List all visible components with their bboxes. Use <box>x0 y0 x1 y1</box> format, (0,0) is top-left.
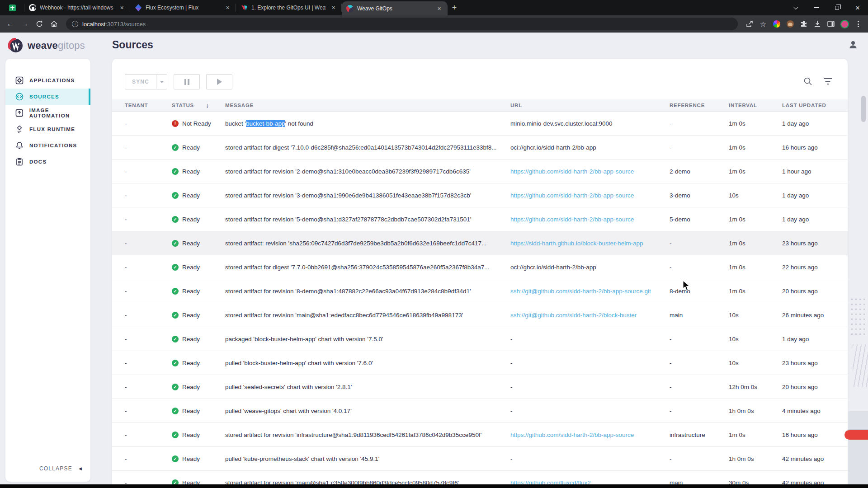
status-cell: ✓Ready <box>172 144 225 151</box>
table-row[interactable]: -✓Readystored artifact for revision '3-d… <box>112 183 848 207</box>
url-cell[interactable]: https://sidd-harth.github.io/block-buste… <box>510 240 670 247</box>
status-cell: ✓Ready <box>172 455 225 462</box>
table-row[interactable]: -✓Readystored artifact for digest '7.7.0… <box>112 255 848 279</box>
page-scrollbar-thumb[interactable] <box>861 96 866 122</box>
source-url-link[interactable]: https://github.com/sidd-harth-2/bb-app-s… <box>510 432 634 438</box>
browser-menu-button[interactable] <box>852 18 864 30</box>
tab-flux-ecosystem[interactable]: Flux Ecosystem | Flux × <box>130 0 236 15</box>
tab-weave-gitops-active[interactable]: Weave GitOps × <box>342 1 448 15</box>
sidebar-item-image-automation[interactable]: IMAGE AUTOMATION <box>5 105 90 121</box>
last-updated-cell: 23 hours ago <box>782 240 848 247</box>
share-button[interactable] <box>743 18 756 30</box>
filter-icon[interactable] <box>823 78 832 85</box>
collapse-button[interactable]: COLLAPSE ◀ <box>39 465 82 472</box>
tab-close-icon[interactable]: × <box>330 4 337 12</box>
ready-check-icon: ✓ <box>172 192 179 199</box>
sidebar-item-flux-runtime[interactable]: FLUX RUNTIME <box>5 121 90 137</box>
tab-close-icon[interactable]: × <box>224 4 231 12</box>
status-cell: ✓Ready <box>172 168 225 175</box>
pinned-tab-sheets[interactable] <box>0 0 24 15</box>
column-header-message[interactable]: MESSAGE <box>225 103 510 108</box>
source-url-link[interactable]: https://sidd-harth.github.io/block-buste… <box>510 240 643 247</box>
sync-button[interactable]: SYNC <box>125 74 156 89</box>
tab-close-icon[interactable]: × <box>435 5 443 12</box>
close-button[interactable]: × <box>847 0 868 15</box>
url-cell[interactable]: ssh://git@github.com/sidd-harth-2/bb-app… <box>510 288 670 295</box>
url-cell[interactable]: https://github.com/sidd-harth-2/bb-app-s… <box>510 216 670 223</box>
source-url-link[interactable]: https://github.com/sidd-harth-2/bb-app-s… <box>510 216 634 223</box>
minimize-button[interactable] <box>806 0 826 15</box>
column-header-interval[interactable]: INTERVAL <box>729 103 782 108</box>
table-row[interactable]: -✓Readypulled 'block-buster-helm-app' ch… <box>112 351 848 375</box>
table-row[interactable]: -✓Readystored artifact for revision '5-d… <box>112 207 848 231</box>
table-row[interactable]: -✓Readypulled 'sealed-secrets' chart wit… <box>112 375 848 399</box>
downloads-button[interactable] <box>811 18 824 30</box>
status-label: Ready <box>182 264 200 271</box>
table-row[interactable]: -✓Readystored artifact for revision 'mai… <box>112 303 848 327</box>
url-cell[interactable]: https://github.com/sidd-harth-2/bb-app-s… <box>510 168 670 175</box>
window-chevron-button[interactable] <box>785 0 806 15</box>
column-header-tenant[interactable]: TENANT <box>125 103 172 108</box>
tenant-cell: - <box>125 192 172 199</box>
suspend-button[interactable] <box>174 74 200 89</box>
table-row[interactable]: -✓Readystored artifact for revision 'inf… <box>112 423 848 447</box>
sidebar-item-notifications[interactable]: NOTIFICATIONS <box>5 137 90 154</box>
source-url-link[interactable]: ssh://git@github.com/sidd-harth-2/bb-app… <box>510 288 651 295</box>
url-cell[interactable]: https://github.com/sidd-harth-2/bb-app-s… <box>510 192 670 199</box>
table-row[interactable]: -✓Readystored artifact for revision '2-d… <box>112 160 848 183</box>
sidebar-item-applications[interactable]: APPLICATIONS <box>5 72 90 89</box>
column-header-url[interactable]: URL <box>510 103 670 108</box>
resume-button[interactable] <box>206 74 232 89</box>
maximize-button[interactable] <box>826 0 847 15</box>
table-row[interactable]: -✓Readypackaged 'block-buster-helm-app' … <box>112 327 848 351</box>
table-row[interactable]: -✓Readystored artifact for revision '8-d… <box>112 279 848 303</box>
column-header-status[interactable]: STATUS↓ <box>172 102 225 109</box>
info-icon[interactable]: i <box>72 21 78 27</box>
column-header-last-updated[interactable]: LAST UPDATED <box>782 103 848 108</box>
back-button[interactable]: ← <box>4 17 17 31</box>
sort-descending-icon[interactable]: ↓ <box>206 102 209 109</box>
last-updated-cell: 20 hours ago <box>782 384 848 390</box>
side-panel-button[interactable] <box>825 18 837 30</box>
column-header-reference[interactable]: REFERENCE <box>670 103 729 108</box>
url-cell: minio.minio-dev.svc.cluster.local:9000 <box>510 120 670 127</box>
sidebar-item-sources[interactable]: SOURCES <box>5 89 90 105</box>
home-button[interactable] <box>47 17 61 31</box>
source-url-link[interactable]: https://github.com/sidd-harth-2/bb-app-s… <box>510 168 634 175</box>
forward-button[interactable]: → <box>18 17 32 31</box>
profile-button[interactable] <box>838 18 851 30</box>
person-icon[interactable] <box>848 40 858 50</box>
side-panel-icon <box>827 20 835 28</box>
bookmark-star-button[interactable]: ☆ <box>757 18 769 30</box>
table-row[interactable]: -✓Readypulled 'weave-gitops' chart with … <box>112 399 848 423</box>
status-label: Not Ready <box>182 120 211 127</box>
extension-wheel-button[interactable] <box>770 18 783 30</box>
table-row[interactable]: -✓Readystored artifact for digest '7.10.… <box>112 136 848 160</box>
sidebar-item-docs[interactable]: DOCS <box>5 154 90 170</box>
table-row[interactable]: -!Not Readybucket 'bucket-bb-app' not fo… <box>112 112 848 136</box>
source-url-link[interactable]: ssh://git@github.com/sidd-harth-2/block-… <box>510 312 637 319</box>
minimize-icon <box>814 7 819 8</box>
source-url-link[interactable]: https://github.com/sidd-harth-2/bb-app-s… <box>510 192 634 199</box>
new-tab-button[interactable]: + <box>448 0 461 15</box>
ready-check-icon: ✓ <box>172 336 179 343</box>
tab-webhook[interactable]: Webhook - https://tall-windows- × <box>24 0 130 15</box>
message-cell: stored artifact for revision 'infrastruc… <box>225 432 510 438</box>
sync-dropdown-button[interactable] <box>156 74 167 89</box>
tab-gitops-docs[interactable]: 1. Explore the GitOps UI | Weave × <box>236 0 342 15</box>
extensions-button[interactable] <box>797 18 810 30</box>
chevron-down-icon <box>793 5 798 9</box>
bottom-black-bar <box>0 484 868 488</box>
tab-close-icon[interactable]: × <box>118 4 126 12</box>
reload-button[interactable] <box>33 17 46 31</box>
tampermonkey-button[interactable] <box>784 18 797 30</box>
sources-panel: SYNC TENANT STATUS↓ MESSAGE URL REFERENC… <box>112 59 848 488</box>
tampermonkey-icon <box>787 20 794 28</box>
address-bar[interactable]: i localhost:30713/sources <box>66 18 738 30</box>
table-row[interactable]: -✓Readypulled 'kube-prometheus-stack' ch… <box>112 447 848 471</box>
search-icon[interactable] <box>803 77 812 86</box>
table-header-row: TENANT STATUS↓ MESSAGE URL REFERENCE INT… <box>112 99 848 112</box>
url-cell[interactable]: ssh://git@github.com/sidd-harth-2/block-… <box>510 312 670 319</box>
url-cell[interactable]: https://github.com/sidd-harth-2/bb-app-s… <box>510 432 670 438</box>
table-row[interactable]: -✓Readystored artifact: revision 'sha256… <box>112 231 848 255</box>
